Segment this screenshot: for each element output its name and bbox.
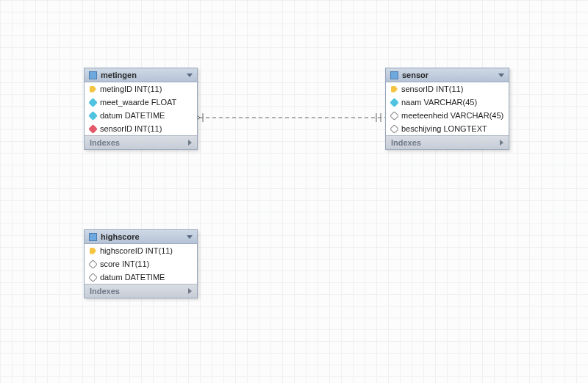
- collapse-icon[interactable]: [187, 235, 193, 239]
- expand-icon: [500, 140, 503, 146]
- table-header[interactable]: metingen: [85, 68, 197, 82]
- column-text: beschijving LONGTEXT: [401, 124, 487, 133]
- column-row[interactable]: datum DATETIME: [85, 271, 197, 284]
- indexes-section[interactable]: Indexes: [85, 135, 197, 149]
- table-title: metingen: [101, 71, 137, 79]
- table-icon: [390, 71, 398, 79]
- column-text: sensorID INT(11): [401, 85, 463, 93]
- column-text: highscoreID INT(11): [100, 246, 173, 255]
- indexes-label: Indexes: [391, 138, 421, 147]
- table-sensor[interactable]: sensor sensorID INT(11) naam VARCHAR(45)…: [385, 68, 509, 150]
- nullable-icon: [390, 111, 399, 121]
- notnull-icon: [88, 111, 98, 121]
- table-header[interactable]: highscore: [85, 230, 197, 244]
- column-text: metingID INT(11): [100, 85, 162, 93]
- table-highscore[interactable]: highscore highscoreID INT(11) score INT(…: [84, 229, 198, 298]
- pk-icon: [90, 86, 96, 93]
- pk-icon: [391, 86, 398, 93]
- column-text: meet_waarde FLOAT: [100, 98, 176, 107]
- expand-icon: [188, 288, 192, 294]
- column-text: datum DATETIME: [100, 111, 165, 120]
- column-row[interactable]: naam VARCHAR(45): [386, 96, 509, 109]
- column-text: datum DATETIME: [100, 273, 165, 282]
- table-title: sensor: [402, 71, 429, 79]
- indexes-section[interactable]: Indexes: [85, 284, 197, 298]
- column-row[interactable]: meet_waarde FLOAT: [85, 96, 197, 109]
- notnull-icon: [88, 98, 98, 107]
- table-icon: [89, 233, 97, 241]
- column-row[interactable]: score INT(11): [85, 257, 197, 271]
- column-text: meeteenheid VARCHAR(45): [401, 111, 503, 120]
- column-row[interactable]: sensorID INT(11): [85, 122, 197, 135]
- column-text: naam VARCHAR(45): [401, 98, 477, 107]
- column-row[interactable]: datum DATETIME: [85, 109, 197, 122]
- nullable-icon: [88, 259, 98, 269]
- collapse-icon[interactable]: [498, 74, 504, 77]
- nullable-icon: [390, 124, 399, 134]
- table-icon: [89, 71, 97, 79]
- column-row[interactable]: meeteenheid VARCHAR(45): [386, 109, 509, 122]
- pk-icon: [90, 248, 96, 254]
- column-text: score INT(11): [100, 259, 149, 268]
- column-text: sensorID INT(11): [100, 124, 162, 133]
- table-header[interactable]: sensor: [386, 68, 509, 82]
- collapse-icon[interactable]: [187, 74, 193, 77]
- fk-icon: [88, 124, 98, 134]
- notnull-icon: [390, 98, 399, 107]
- expand-icon: [188, 140, 192, 146]
- nullable-icon: [88, 273, 98, 282]
- indexes-label: Indexes: [90, 287, 120, 296]
- indexes-label: Indexes: [90, 138, 120, 147]
- column-row[interactable]: highscoreID INT(11): [85, 244, 197, 257]
- column-row[interactable]: beschijving LONGTEXT: [386, 122, 509, 135]
- canvas-grid: [0, 0, 588, 383]
- column-row[interactable]: metingID INT(11): [85, 82, 197, 96]
- table-title: highscore: [101, 232, 140, 241]
- column-row[interactable]: sensorID INT(11): [386, 82, 509, 96]
- indexes-section[interactable]: Indexes: [386, 135, 509, 149]
- table-metingen[interactable]: metingen metingID INT(11) meet_waarde FL…: [84, 68, 198, 150]
